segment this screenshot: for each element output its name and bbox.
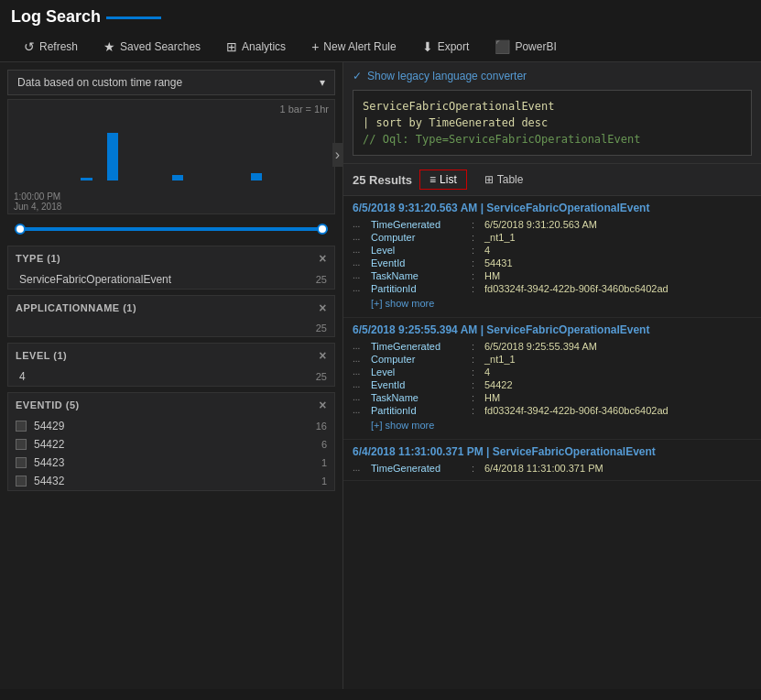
new-alert-label: New Alert Rule: [323, 40, 396, 53]
result-header-2[interactable]: 6/4/2018 11:31:00.371 PM | ServiceFabric…: [353, 445, 752, 458]
query-line-2: | sort by TimeGenerated desc: [363, 115, 742, 131]
field-value-0-3: 54431: [484, 257, 513, 268]
result-field-1-4: ... TaskName : HM: [353, 391, 752, 404]
field-name-0-4: TaskName: [371, 270, 472, 281]
filter-appname-label: APPLICATIONNAME (1): [16, 302, 136, 313]
new-alert-icon: +: [311, 39, 319, 54]
new-alert-button[interactable]: + New Alert Rule: [299, 32, 409, 61]
field-expander-1-3[interactable]: ...: [353, 379, 371, 389]
filter-level-item-count: 25: [316, 371, 327, 382]
filter-eventid-name-3: 54432: [34, 475, 314, 487]
filter-level-close[interactable]: ×: [319, 348, 327, 363]
view-table-button[interactable]: ⊞ Table: [474, 170, 534, 190]
field-expander-0-1[interactable]: ...: [353, 232, 371, 242]
filter-appname-close[interactable]: ×: [319, 301, 327, 315]
table-icon: ⊞: [484, 173, 494, 186]
main-layout: Data based on custom time range ▾ 1 bar …: [0, 62, 761, 689]
result-entry-2: 6/4/2018 11:31:00.371 PM | ServiceFabric…: [343, 440, 761, 481]
saved-searches-label: Saved Searches: [120, 40, 201, 53]
filter-level-item-name: 4: [19, 370, 26, 383]
field-expander-0-2[interactable]: ...: [353, 245, 371, 255]
title-underline: [106, 16, 161, 19]
filter-level-item-0[interactable]: 4 25: [8, 367, 334, 386]
refresh-button[interactable]: ↺ Refresh: [11, 32, 91, 61]
chart-xaxis: 1:00:00 PM Jun 4, 2018: [14, 191, 329, 212]
field-value-0-1: _nt1_1: [484, 232, 516, 243]
result-field-0-1: ... Computer : _nt1_1: [353, 231, 752, 244]
field-value-0-2: 4: [484, 245, 490, 256]
filter-type-item-0[interactable]: ServiceFabricOperationalEvent 25: [8, 270, 334, 289]
title-text: Log Search: [11, 7, 101, 27]
slider-thumb-left[interactable]: [15, 224, 26, 235]
field-expander-2-0[interactable]: ...: [353, 463, 371, 473]
field-name-0-2: Level: [371, 245, 472, 256]
bar-chart: [14, 116, 329, 180]
filter-type-close[interactable]: ×: [319, 251, 327, 266]
result-header-0[interactable]: 6/5/2018 9:31:20.563 AM | ServiceFabricO…: [353, 202, 752, 214]
results-list: 6/5/2018 9:31:20.563 AM | ServiceFabricO…: [343, 196, 761, 689]
show-more-0[interactable]: [+] show more: [353, 295, 452, 312]
time-range-chevron: ▾: [320, 76, 325, 89]
filter-eventid-header: EVENTID (5) ×: [8, 393, 334, 417]
field-value-0-0: 6/5/2018 9:31:20.563 AM: [484, 219, 597, 230]
show-more-1[interactable]: [+] show more: [353, 417, 452, 433]
analytics-button[interactable]: ⊞ Analytics: [213, 32, 299, 61]
field-expander-1-4[interactable]: ...: [353, 392, 371, 402]
filter-eventid-check-1[interactable]: [16, 439, 27, 450]
result-field-0-3: ... EventId : 54431: [353, 257, 752, 269]
filter-eventid-count-0: 16: [316, 421, 327, 432]
filter-eventid-check-3[interactable]: [16, 476, 27, 487]
analytics-label: Analytics: [242, 40, 286, 53]
field-expander-1-1[interactable]: ...: [353, 354, 371, 364]
slider-thumb-right[interactable]: [317, 224, 328, 235]
time-slider[interactable]: [7, 218, 335, 240]
result-field-1-3: ... EventId : 54422: [353, 378, 752, 391]
export-label: Export: [438, 40, 470, 53]
filter-appname-item-0[interactable]: 25: [8, 320, 334, 336]
saved-searches-button[interactable]: ★ Saved Searches: [91, 32, 213, 61]
result-field-0-4: ... TaskName : HM: [353, 269, 752, 282]
filter-eventid-check-2[interactable]: [16, 457, 27, 468]
field-expander-0-3[interactable]: ...: [353, 257, 371, 268]
view-list-button[interactable]: ≡ List: [419, 170, 467, 190]
filter-eventid-count-2: 1: [321, 457, 327, 468]
filter-type-item-count: 25: [316, 274, 327, 285]
field-name-0-0: TimeGenerated: [371, 219, 472, 230]
filter-eventid-count-1: 6: [321, 439, 327, 450]
field-value-1-3: 54422: [484, 379, 513, 390]
field-expander-0-0[interactable]: ...: [353, 219, 371, 229]
filter-eventid-item-3[interactable]: 54432 1: [8, 472, 334, 490]
export-icon: ⬇: [422, 39, 433, 54]
field-expander-1-5[interactable]: ...: [353, 405, 371, 415]
field-expander-0-4[interactable]: ...: [353, 270, 371, 280]
slider-fill: [15, 227, 328, 231]
field-name-1-0: TimeGenerated: [371, 341, 472, 352]
field-value-1-2: 4: [484, 366, 490, 377]
result-field-1-2: ... Level : 4: [353, 366, 752, 378]
query-editor[interactable]: ServiceFabricOperationalEvent | sort by …: [353, 90, 752, 156]
field-expander-0-5[interactable]: ...: [353, 283, 371, 293]
collapse-panel-button[interactable]: ›: [332, 143, 342, 167]
filter-level-label: LEVEL (1): [16, 350, 67, 361]
powerbi-button[interactable]: ⬛ PowerBI: [482, 32, 569, 61]
header: Log Search ↺ Refresh ★ Saved Searches ⊞ …: [0, 0, 761, 62]
filter-eventid-item-2[interactable]: 54423 1: [8, 454, 334, 472]
field-value-0-5: fd03324f-3942-422b-906f-3460bc6402ad: [484, 283, 669, 294]
field-name-0-1: Computer: [371, 232, 472, 243]
export-button[interactable]: ⬇ Export: [409, 32, 483, 61]
result-header-1[interactable]: 6/5/2018 9:25:55.394 AM | ServiceFabricO…: [353, 323, 752, 336]
field-value-1-1: _nt1_1: [484, 354, 516, 365]
query-line-3: // Oql: Type=ServiceFabricOperationalEve…: [363, 131, 742, 148]
filter-eventid-check-0[interactable]: [16, 421, 27, 432]
filter-level-header: LEVEL (1) ×: [8, 344, 334, 367]
field-expander-1-0[interactable]: ...: [353, 341, 371, 351]
filter-eventid-close[interactable]: ×: [319, 398, 327, 412]
result-field-2-0: ... TimeGenerated : 6/4/2018 11:31:00.37…: [353, 462, 752, 475]
chart-xaxis-time: 1:00:00 PM: [14, 191, 329, 202]
time-range-selector[interactable]: Data based on custom time range ▾: [7, 70, 335, 95]
field-expander-1-2[interactable]: ...: [353, 366, 371, 377]
filter-eventid-item-1[interactable]: 54422 6: [8, 435, 334, 454]
show-legacy-converter[interactable]: ✓ Show legacy language converter: [353, 70, 752, 82]
filter-eventid-item-0[interactable]: 54429 16: [8, 417, 334, 435]
filter-type-item-name: ServiceFabricOperationalEvent: [19, 273, 171, 286]
